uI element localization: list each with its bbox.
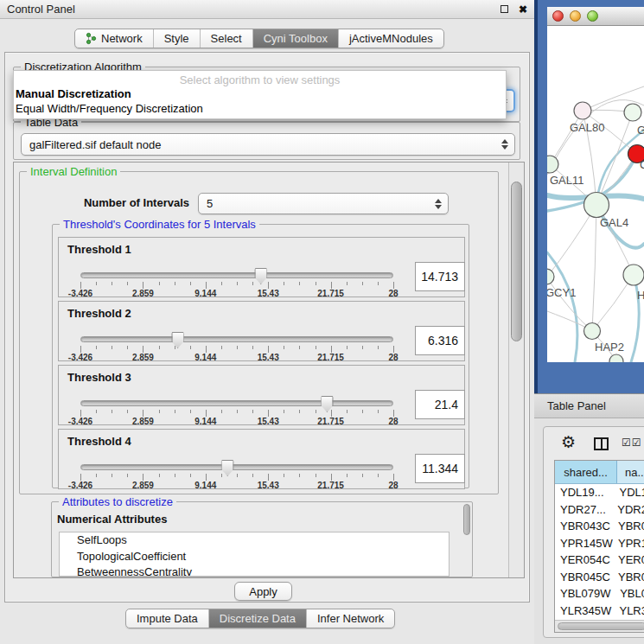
tab-impute-data[interactable]: Impute Data: [126, 609, 209, 628]
algorithm-prompt: Select algorithm to view settings: [14, 73, 506, 86]
cell-shared-name: YBR043C: [555, 520, 613, 532]
slider-ticks: [80, 346, 393, 353]
close-traffic-light-icon[interactable]: [552, 10, 564, 22]
list-item[interactable]: BetweennessCentrality: [60, 564, 449, 577]
threshold-1-label: Threshold 1: [67, 243, 131, 256]
popup-item-equal-width-frequency[interactable]: Equal Width/Frequency Discretization: [14, 101, 506, 116]
columns-icon[interactable]: [594, 437, 609, 450]
threshold-3-slider[interactable]: [80, 400, 393, 406]
table-row[interactable]: YPR145W YPR1: [555, 535, 644, 552]
threshold-4-value[interactable]: 11.344: [415, 454, 465, 483]
column-header-name[interactable]: na...: [617, 461, 644, 483]
cell-name: YLR3: [614, 604, 644, 617]
list-item[interactable]: TopologicalCoefficient: [60, 549, 449, 565]
threshold-2-box: Threshold 2 -3.4262.8599.14415.4321.7152…: [58, 301, 465, 361]
threshold-3-value[interactable]: 21.4: [415, 390, 465, 419]
network-icon: [86, 32, 97, 45]
popup-item-manual-discretization[interactable]: Manual Discretization: [14, 86, 506, 101]
number-of-intervals-combobox[interactable]: 5: [198, 193, 449, 214]
tab-select[interactable]: Select: [201, 29, 253, 48]
table-row[interactable]: YER054C YER0: [555, 552, 644, 569]
bottom-tab-bar: Impute Data Discretize Data Infer Networ…: [125, 609, 395, 628]
cell-shared-name: YBL079W: [555, 587, 615, 600]
table-row[interactable]: YDL19... YDL1: [555, 484, 644, 501]
table-panel-header: Table Panel: [534, 393, 644, 418]
threshold-2-label: Threshold 2: [67, 307, 131, 320]
apply-button[interactable]: Apply: [234, 582, 292, 601]
threshold-1-slider[interactable]: [80, 272, 393, 278]
slider-ticks: [80, 474, 393, 481]
table-row[interactable]: YBR045C YBR0: [555, 569, 644, 586]
combo-arrows-icon: [435, 199, 442, 209]
horizontal-scrollbar-thumb[interactable]: [558, 622, 644, 630]
float-window-icon[interactable]: [501, 5, 508, 13]
tab-jactivemnodules[interactable]: jActiveMNodules: [339, 29, 443, 48]
node-label-gal4: GAL4: [600, 216, 628, 229]
table-row[interactable]: YLR345W YLR3: [555, 603, 644, 620]
threshold-4-slider[interactable]: [80, 464, 393, 470]
threshold-1-value[interactable]: 14.713: [415, 262, 465, 291]
table-row[interactable]: YBR043C YBR0: [555, 518, 644, 535]
node-label-gcy1: GCY1: [547, 286, 576, 299]
vertical-scrollbar-thumb[interactable]: [511, 182, 522, 341]
cell-shared-name: YLR345W: [555, 604, 614, 617]
cyni-toolbox-panel: Discretization Algorithm Select algorith…: [4, 52, 530, 603]
cell-shared-name: YER054C: [555, 553, 613, 566]
table-data-combobox[interactable]: galFiltered.sif default node: [21, 133, 515, 156]
cell-name: YDR2: [612, 503, 644, 516]
threshold-4-box: Threshold 4 -3.4262.8599.14415.4321.7152…: [58, 429, 465, 489]
threshold-4-label: Threshold 4: [67, 435, 131, 448]
network-window-titlebar: [547, 7, 644, 26]
tab-cyni-toolbox[interactable]: Cyni Toolbox: [253, 29, 339, 48]
interval-definition-group: Interval Definition Number of Intervals …: [19, 171, 499, 494]
tab-infer-network[interactable]: Infer Network: [307, 609, 394, 628]
node-label-partial-ga: GA: [637, 124, 644, 137]
tab-discretize-data[interactable]: Discretize Data: [209, 609, 307, 628]
checkbox-icons[interactable]: ☑☑: [622, 437, 642, 449]
attributes-group: Attributes to discretize Numerical Attri…: [51, 501, 473, 577]
close-icon[interactable]: ✖: [519, 4, 527, 15]
table-row[interactable]: YDR27... YDR2: [555, 501, 644, 519]
table-panel-title: Table Panel: [547, 399, 606, 412]
numerical-attributes-label: Numerical Attributes: [57, 513, 167, 526]
window-title: Control Panel: [7, 3, 501, 16]
horizontal-scrollbar[interactable]: [555, 620, 644, 632]
number-of-intervals-label: Number of Intervals: [34, 196, 189, 209]
slider-tick-labels: -3.4262.8599.14415.4321.71528: [80, 481, 393, 491]
slider-tick-labels: -3.4262.8599.14415.4321.71528: [80, 417, 393, 427]
network-canvas[interactable]: GAL80 GA GAL11 C GAL4 GCY1 H HAP2: [547, 26, 644, 362]
table-row[interactable]: YBL079W YBL0: [555, 585, 644, 603]
column-header-shared-name[interactable]: shared...: [555, 461, 617, 483]
list-item[interactable]: SelfLoops: [60, 532, 449, 549]
threshold-3-box: Threshold 3 -3.4262.8599.14415.4321.7152…: [58, 365, 465, 425]
cell-shared-name: YBR045C: [555, 571, 613, 583]
tab-network-label: Network: [101, 32, 143, 45]
numerical-attributes-list[interactable]: SelfLoopsTopologicalCoefficientBetweenne…: [59, 532, 450, 577]
vertical-scrollbar[interactable]: [508, 163, 524, 577]
threshold-3-label: Threshold 3: [67, 371, 131, 384]
interval-definition-title: Interval Definition: [27, 165, 120, 178]
gear-icon[interactable]: ⚙: [561, 434, 576, 450]
combo-arrows-icon: [501, 139, 508, 150]
thresholds-group-title: Threshold's Coordinates for 5 Intervals: [60, 218, 259, 231]
node-label-gal80: GAL80: [570, 121, 604, 134]
network-graph: GAL80 GA GAL11 C GAL4 GCY1 H HAP2: [547, 26, 644, 362]
node-attribute-table[interactable]: shared... na... YDL19... YDL1 YDR27... Y…: [554, 460, 644, 633]
table-panel: Table Panel ⚙ ☑☑ shared... na... YDL19..…: [534, 393, 644, 644]
node-label-gal11: GAL11: [550, 174, 584, 187]
node-label-partial-c: C: [640, 158, 644, 171]
tab-network[interactable]: Network: [75, 29, 154, 48]
threshold-2-value[interactable]: 6.316: [415, 326, 465, 355]
table-header-row: shared... na...: [555, 461, 644, 484]
slider-ticks: [80, 410, 393, 417]
zoom-traffic-light-icon[interactable]: [587, 10, 598, 22]
tab-style[interactable]: Style: [154, 29, 201, 48]
slider-tick-labels: -3.4262.8599.14415.4321.71528: [80, 289, 393, 299]
minimize-traffic-light-icon[interactable]: [570, 10, 581, 22]
table-panel-body: ⚙ ☑☑ shared... na... YDL19... YDL1 YDR27…: [543, 426, 644, 638]
thresholds-group: Threshold's Coordinates for 5 Intervals …: [52, 224, 469, 488]
cell-name: YDL1: [614, 486, 644, 499]
node-label-hap2: HAP2: [595, 341, 624, 354]
threshold-2-slider[interactable]: [80, 336, 393, 342]
attributes-list-scrollbar-thumb[interactable]: [463, 504, 470, 535]
